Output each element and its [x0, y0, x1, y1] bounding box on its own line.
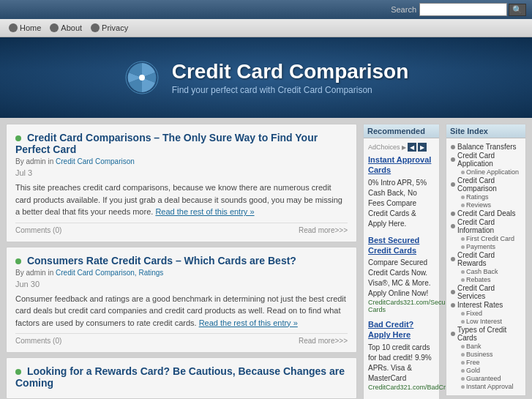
- ad-3-link[interactable]: CreditCard321.com/BadCredit: [368, 384, 435, 391]
- search-input[interactable]: [419, 3, 507, 16]
- ad-prev-button[interactable]: ◀: [408, 143, 416, 152]
- article-2-title[interactable]: Consumers Rate Credit Cards – Which Card…: [15, 255, 348, 266]
- index-balance-transfers[interactable]: Balance Transfers: [451, 143, 521, 151]
- index-credit-card-rewards[interactable]: Credit Card Rewards: [451, 251, 521, 267]
- index-dot: [451, 157, 455, 162]
- index-gold[interactable]: Gold: [451, 367, 521, 374]
- articles-section: Credit Card Comparisons – The Only Sure …: [6, 124, 357, 399]
- main-content: Credit Card Comparisons – The Only Sure …: [0, 118, 532, 399]
- index-dot: [451, 290, 455, 294]
- nav-home[interactable]: Home: [6, 22, 44, 34]
- index-online-application[interactable]: Online Application: [451, 168, 521, 176]
- index-credit-card-services[interactable]: Credit Card Services: [451, 284, 521, 300]
- index-types-of-credit-cards[interactable]: Types of Credit Cards: [451, 326, 521, 342]
- index-bank[interactable]: Bank: [451, 343, 521, 350]
- site-subtitle: Find your perfect card with Credit Card …: [172, 85, 409, 95]
- article-2-category[interactable]: Credit Card Comparison, Ratings: [56, 269, 163, 277]
- article-1-date: Jul 3: [15, 168, 348, 177]
- article-1: Credit Card Comparisons – The Only Sure …: [6, 124, 357, 242]
- nav-privacy[interactable]: Privacy: [88, 22, 131, 34]
- article-2-readmore-footer[interactable]: Read more>>>: [299, 337, 348, 345]
- site-index-box: Site Index Balance Transfers Credit Card…: [446, 124, 526, 396]
- index-cash-back[interactable]: Cash Back: [451, 268, 521, 275]
- index-low-interest[interactable]: Low Interest: [451, 318, 521, 325]
- article-2-body: Consumer feedback and ratings are a good…: [15, 293, 348, 329]
- index-business[interactable]: Business: [451, 351, 521, 358]
- ad-choices-bar: AdChoices ▶ ◀ ▶: [368, 143, 435, 152]
- nav-home-label: Home: [20, 23, 41, 32]
- article-1-meta: By admin in Credit Card Comparison: [15, 157, 348, 165]
- article-2-footer: Comments (0) Read more>>>: [15, 333, 348, 345]
- article-2-read-more[interactable]: Read the rest of this entry »: [199, 318, 298, 327]
- nav-about[interactable]: About: [47, 22, 85, 34]
- article-1-read-more[interactable]: Read the rest of this entry »: [155, 207, 254, 216]
- article-2-date: Jun 30: [15, 280, 348, 288]
- article-1-readmore-footer[interactable]: Read more>>>: [299, 226, 348, 234]
- index-dot: [451, 303, 455, 307]
- about-icon: [50, 23, 59, 32]
- article-3-title[interactable]: Looking for a Rewards Card? Be Cautious,…: [15, 365, 348, 389]
- ad-3-title[interactable]: Bad Credit? Apply Here: [368, 319, 435, 340]
- index-rebates[interactable]: Rebates: [451, 276, 521, 283]
- index-credit-card-comparison[interactable]: Credit Card Comparison: [451, 176, 521, 193]
- recommended-sidebar: Recommended AdChoices ▶ ◀ ▶ Instant Appr…: [363, 124, 440, 399]
- article-2-meta: By admin in Credit Card Comparison, Rati…: [15, 269, 348, 277]
- ad-navigation: ◀ ▶: [408, 143, 427, 152]
- svg-point-1: [139, 75, 145, 81]
- search-button[interactable]: 🔍: [509, 4, 526, 16]
- index-instant-approval[interactable]: Instant Approval: [451, 383, 521, 390]
- ad-1-title[interactable]: Instant Approval Cards: [368, 154, 435, 176]
- nav-about-label: About: [61, 23, 82, 32]
- index-ratings[interactable]: Ratings: [451, 193, 521, 201]
- index-credit-card-application[interactable]: Credit Card Application: [451, 152, 521, 168]
- index-interest-rates[interactable]: Interest Rates: [451, 301, 521, 309]
- ad-choices-icon: ▶: [402, 144, 406, 151]
- privacy-icon: [91, 23, 100, 32]
- ad-2-title[interactable]: Best Secured Credit Cards: [368, 235, 435, 256]
- index-fixed[interactable]: Fixed: [451, 310, 521, 317]
- ad-2-body: Compare Secured Credit Cards Now. Visa®,…: [368, 258, 435, 299]
- header: Credit Card Comparison Find your perfect…: [0, 37, 532, 118]
- article-1-category[interactable]: Credit Card Comparison: [56, 157, 135, 165]
- ad-2-link[interactable]: CreditCards321.com/Secured-Cards: [368, 299, 435, 313]
- index-credit-card-deals[interactable]: Credit Card Deals: [451, 209, 521, 217]
- recommended-box: Recommended AdChoices ▶ ◀ ▶ Instant Appr…: [363, 124, 440, 399]
- index-first-credit-card[interactable]: First Credit Card: [451, 235, 521, 242]
- ad-item-2: Best Secured Credit Cards Compare Secure…: [368, 235, 435, 314]
- status-dot-3: [15, 369, 21, 375]
- index-payments[interactable]: Payments: [451, 243, 521, 250]
- top-bar: Search 🔍: [0, 0, 532, 19]
- site-title: Credit Card Comparison: [172, 60, 409, 83]
- article-2-comments[interactable]: Comments (0): [15, 337, 61, 345]
- index-dot: [451, 332, 455, 336]
- index-dot: [451, 257, 455, 261]
- recommended-title: Recommended: [364, 124, 439, 138]
- nav-privacy-label: Privacy: [102, 23, 128, 32]
- article-1-title[interactable]: Credit Card Comparisons – The Only Sure …: [15, 132, 348, 155]
- index-free[interactable]: Free: [451, 359, 521, 366]
- logo-icon: [124, 59, 160, 96]
- home-icon: [9, 23, 18, 32]
- nav-bar: Home About Privacy: [0, 19, 532, 37]
- ad-next-button[interactable]: ▶: [418, 143, 427, 152]
- index-guaranteed[interactable]: Guaranteed: [451, 375, 521, 382]
- header-content: Credit Card Comparison Find your perfect…: [124, 59, 409, 96]
- ad-item-3: Bad Credit? Apply Here Top 10 credit car…: [368, 319, 435, 391]
- header-text: Credit Card Comparison Find your perfect…: [172, 60, 409, 95]
- index-dot: [451, 182, 455, 187]
- search-label: Search: [391, 5, 416, 14]
- article-1-comments[interactable]: Comments (0): [15, 226, 61, 234]
- index-dot: [451, 145, 455, 149]
- index-dot: [451, 212, 455, 216]
- ad-3-body: Top 10 credit cards for bad credit! 9.9%…: [368, 343, 435, 384]
- ad-choices-label: AdChoices: [368, 143, 400, 151]
- site-index-sidebar: Site Index Balance Transfers Credit Card…: [446, 124, 526, 399]
- status-dot-1: [15, 135, 21, 141]
- status-dot-2: [15, 258, 21, 264]
- article-2: Consumers Rate Credit Cards – Which Card…: [6, 247, 357, 354]
- article-3: Looking for a Rewards Card? Be Cautious,…: [6, 357, 357, 399]
- index-reviews[interactable]: Reviews: [451, 201, 521, 209]
- index-dot: [451, 224, 455, 228]
- ad-item-1: Instant Approval Cards 0% Intro APR, 5% …: [368, 154, 435, 229]
- index-credit-card-information[interactable]: Credit Card Information: [451, 218, 521, 234]
